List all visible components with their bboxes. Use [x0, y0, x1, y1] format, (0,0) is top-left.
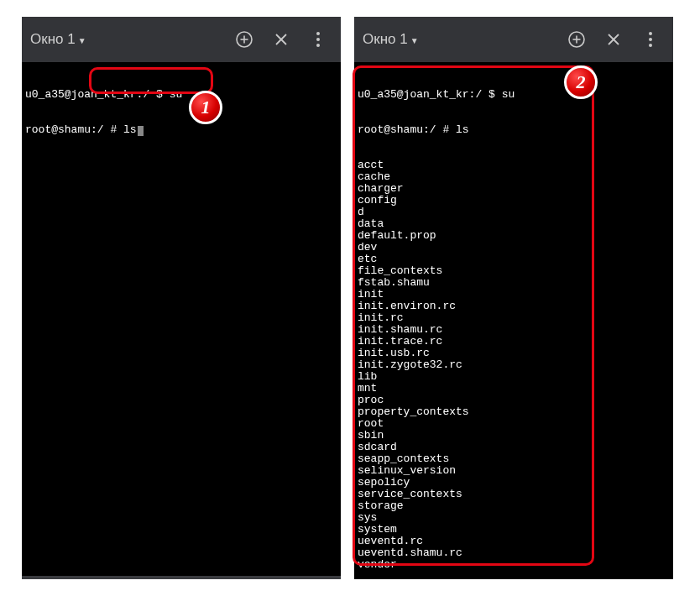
- bottom-bar: [22, 576, 341, 579]
- terminal-output-line: lib: [358, 371, 670, 383]
- terminal-output-line: init.rc: [358, 312, 670, 324]
- annotation-badge-1: 1: [189, 91, 222, 124]
- svg-point-7: [316, 44, 320, 47]
- titlebar-left: Окно 1 ▼: [22, 17, 341, 62]
- chevron-down-icon: ▼: [78, 36, 86, 45]
- terminal-output-line: init.shamu.rc: [358, 324, 670, 336]
- svg-point-14: [649, 38, 652, 41]
- terminal-output-line: cache: [358, 171, 670, 183]
- window-tab[interactable]: Окно 1 ▼: [363, 31, 567, 48]
- terminal-output-line: fstab.shamu: [358, 277, 670, 289]
- terminal-output-line: default.prop: [358, 230, 670, 242]
- menu-button[interactable]: [641, 30, 660, 49]
- terminal-output-line: init: [358, 289, 670, 301]
- terminal-output-line: service_contexts: [358, 489, 670, 500]
- window-tab[interactable]: Окно 1 ▼: [30, 31, 235, 48]
- terminal-output-line: config: [358, 195, 670, 207]
- phone-left: Окно 1 ▼ u0_a35@joan_kt_kr:/ $ su root@s…: [22, 17, 341, 579]
- terminal-output-line: root: [358, 418, 670, 430]
- annotation-badge-2: 2: [564, 65, 598, 99]
- phone-right: Окно 1 ▼ u0_a35@joan_kt_kr:/ $ su root@s…: [354, 17, 673, 579]
- terminal-output-line: init.environ.rc: [358, 301, 670, 312]
- terminal-line: u0_a35@joan_kt_kr:/ $ su: [358, 89, 670, 101]
- terminal-line: u0_a35@joan_kt_kr:/ $ su: [25, 89, 337, 101]
- terminal-output-line: sys: [358, 512, 670, 524]
- window-title-text: Окно 1: [363, 31, 408, 48]
- terminal-output-line: mnt: [358, 383, 670, 395]
- terminal-output-line: ueventd.rc: [358, 536, 670, 547]
- terminal-output-line: seapp_contexts: [358, 453, 670, 465]
- terminal-output-line: vendor: [358, 559, 670, 571]
- terminal-output-line: selinux_version: [358, 465, 670, 477]
- terminal-output-line: d: [358, 207, 670, 218]
- terminal-output-line: init.usb.rc: [358, 348, 670, 359]
- cursor-icon: [138, 126, 144, 136]
- terminal-output-line: proc: [358, 395, 670, 406]
- toolbar: [235, 30, 332, 49]
- terminal-output-line: init.zygote32.rc: [358, 359, 670, 371]
- svg-point-13: [649, 32, 652, 35]
- svg-point-6: [316, 38, 320, 41]
- terminal-output-line: storage: [358, 500, 670, 512]
- svg-point-5: [316, 32, 320, 35]
- chevron-down-icon: ▼: [410, 36, 419, 45]
- terminal-output-line: charger: [358, 183, 670, 195]
- terminal-output-line: sepolicy: [358, 477, 670, 489]
- terminal-output-line: sbin: [358, 430, 670, 442]
- terminal-output-line: file_contexts: [358, 265, 670, 277]
- terminal-output-line: property_contexts: [358, 406, 670, 418]
- terminal-output-line: dev: [358, 242, 670, 254]
- svg-point-15: [649, 44, 652, 47]
- terminal-left[interactable]: u0_a35@joan_kt_kr:/ $ su root@shamu:/ # …: [22, 62, 341, 579]
- terminal-output-line: etc: [358, 254, 670, 265]
- window-title-text: Окно 1: [30, 31, 76, 48]
- titlebar-right: Окно 1 ▼: [354, 17, 673, 62]
- toolbar: [567, 30, 665, 49]
- terminal-output-line: sdcard: [358, 442, 670, 453]
- terminal-output-line: data: [358, 218, 670, 230]
- terminal-line: root@shamu:/ # ls: [25, 124, 337, 136]
- menu-button[interactable]: [309, 30, 327, 49]
- terminal-right[interactable]: u0_a35@joan_kt_kr:/ $ su root@shamu:/ # …: [354, 62, 673, 579]
- new-tab-button[interactable]: [567, 30, 586, 49]
- terminal-output-line: ueventd.shamu.rc: [358, 547, 670, 559]
- close-button[interactable]: [604, 30, 623, 49]
- terminal-output-line: acct: [358, 159, 670, 171]
- terminal-output-line: init.trace.rc: [358, 336, 670, 348]
- new-tab-button[interactable]: [235, 30, 253, 49]
- terminal-output-line: system: [358, 524, 670, 536]
- terminal-line: root@shamu:/ # ls: [358, 124, 670, 136]
- close-button[interactable]: [272, 30, 290, 49]
